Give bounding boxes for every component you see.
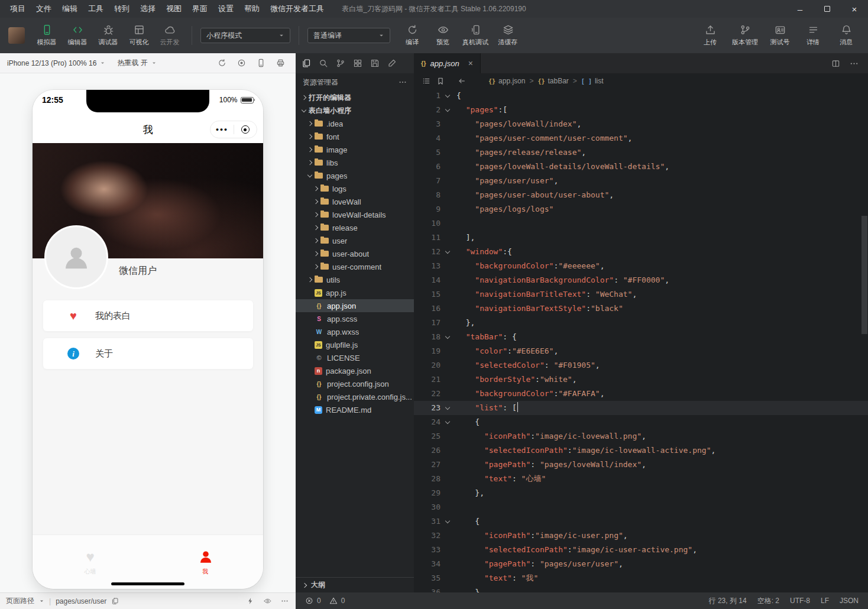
minimize-button[interactable]: – bbox=[786, 0, 814, 18]
code-line[interactable]: 9 "pages/logs/logs" bbox=[414, 202, 868, 216]
toolbar-button-editor[interactable]: 编辑器 bbox=[64, 24, 91, 47]
menu-item[interactable]: 设置 bbox=[213, 0, 239, 18]
tree-item-gulpfile.js[interactable]: JSgulpfile.js bbox=[296, 338, 414, 351]
code-line[interactable]: 29 }, bbox=[414, 486, 868, 500]
home-indicator[interactable] bbox=[111, 582, 184, 585]
code-line[interactable]: 21 "borderStyle":"white", bbox=[414, 372, 868, 387]
ellipsis-icon[interactable] bbox=[850, 59, 859, 68]
hot-reload-toggle[interactable]: 热重载 开 bbox=[117, 58, 156, 68]
code-line[interactable]: 11 ], bbox=[414, 231, 868, 245]
explorer-section-表白墙小程序[interactable]: 表白墙小程序 bbox=[296, 104, 414, 117]
arrow-left-icon[interactable] bbox=[458, 77, 466, 85]
phone-menu-item[interactable]: i关于 bbox=[43, 338, 253, 369]
close-button[interactable]: × bbox=[841, 0, 868, 18]
menu-item[interactable]: 编辑 bbox=[57, 0, 83, 18]
flash-icon[interactable] bbox=[247, 597, 254, 605]
tree-item-.idea[interactable]: .idea bbox=[296, 117, 414, 130]
code-line[interactable]: 3 "pages/loveWall/index", bbox=[414, 117, 868, 131]
brush-icon[interactable] bbox=[387, 59, 397, 68]
phone-menu-item[interactable]: ♥我的表白 bbox=[43, 300, 253, 331]
mode-select[interactable]: 小程序模式 bbox=[200, 28, 290, 43]
tab-close-icon[interactable]: × bbox=[468, 59, 473, 68]
search-icon[interactable] bbox=[319, 59, 328, 68]
eol-indicator[interactable]: LF bbox=[821, 597, 829, 605]
code-line[interactable]: 13 "backgroundColor":"#eeeeee", bbox=[414, 259, 868, 273]
code-line[interactable]: 28 "text": "心墙" bbox=[414, 472, 868, 486]
tree-item-project.private.config.js...[interactable]: {}project.private.config.js... bbox=[296, 390, 414, 403]
eye-icon[interactable] bbox=[264, 597, 271, 605]
bookmark-icon[interactable] bbox=[436, 77, 445, 85]
chevron-right-icon[interactable] bbox=[311, 187, 320, 190]
code-line[interactable]: 24 { bbox=[414, 415, 868, 429]
code-line[interactable]: 35 "text": "我" bbox=[414, 571, 868, 585]
chevron-right-icon[interactable] bbox=[311, 226, 320, 229]
tree-item-README.md[interactable]: MREADME.md bbox=[296, 403, 414, 416]
fold-icon[interactable] bbox=[441, 422, 455, 423]
device-select[interactable]: iPhone 12/13 (Pro) 100% 16 bbox=[7, 59, 105, 67]
chevron-right-icon[interactable] bbox=[311, 213, 320, 216]
tree-item-project.config.json[interactable]: {}project.config.json bbox=[296, 377, 414, 390]
more-menu-icon[interactable]: ●●● bbox=[210, 127, 234, 132]
code-line[interactable]: 33 "selectedIconPath":"image/ic-user-act… bbox=[414, 543, 868, 557]
toolbar-button-cloud[interactable]: 云开发 bbox=[156, 24, 183, 47]
tree-item-font[interactable]: font bbox=[296, 130, 414, 143]
toolbar-button-preview[interactable]: 预览 bbox=[429, 24, 456, 47]
tree-item-pages[interactable]: pages bbox=[296, 169, 414, 182]
menu-item[interactable]: 微信开发者工具 bbox=[265, 0, 329, 18]
menu-item[interactable]: 界面 bbox=[187, 0, 213, 18]
indent-indicator[interactable]: 空格: 2 bbox=[757, 596, 779, 606]
menu-item[interactable]: 工具 bbox=[83, 0, 109, 18]
toolbar-button-remote-debug[interactable]: 真机调试 bbox=[460, 24, 491, 47]
fold-icon[interactable] bbox=[441, 336, 455, 338]
tree-item-app.js[interactable]: JSapp.js bbox=[296, 286, 414, 299]
rotate-icon[interactable] bbox=[218, 59, 226, 67]
split-icon[interactable] bbox=[831, 59, 840, 68]
editor-scrollbar[interactable] bbox=[861, 216, 867, 334]
code-line[interactable]: 22 "backgroundColor":"#FAFAFA", bbox=[414, 387, 868, 401]
toolbar-button-message[interactable]: 消息 bbox=[833, 24, 860, 47]
code-line[interactable]: 5 "pages/release/release", bbox=[414, 145, 868, 160]
code-line[interactable]: 25 "iconPath":"image/ic-lovewall.png", bbox=[414, 429, 868, 443]
tree-item-user[interactable]: user bbox=[296, 234, 414, 247]
toolbar-button-upload[interactable]: 上传 bbox=[697, 24, 724, 47]
toolbar-button-simulator[interactable]: 模拟器 bbox=[33, 24, 60, 47]
screenshot-icon[interactable] bbox=[276, 59, 285, 67]
code-line[interactable]: 30 bbox=[414, 500, 868, 514]
toolbar-button-clear-cache[interactable]: 清缓存 bbox=[494, 24, 522, 47]
tree-item-user-about[interactable]: user-about bbox=[296, 247, 414, 260]
code-line[interactable]: 6 "pages/loveWall-details/loveWall-detai… bbox=[414, 160, 868, 174]
git-branch-icon[interactable] bbox=[336, 59, 345, 68]
tree-item-logs[interactable]: logs bbox=[296, 182, 414, 195]
encoding-indicator[interactable]: UTF-8 bbox=[790, 597, 810, 605]
code-line[interactable]: 8 "pages/user-about/user-about", bbox=[414, 188, 868, 202]
toolbar-button-details[interactable]: 详情 bbox=[799, 24, 827, 47]
phone-tab-心墙[interactable]: ♥心墙 bbox=[33, 535, 148, 589]
code-line[interactable]: 12 "window":{ bbox=[414, 245, 868, 259]
code-line[interactable]: 19 "color":"#E6E6E6", bbox=[414, 344, 868, 358]
tree-item-libs[interactable]: libs bbox=[296, 156, 414, 169]
language-indicator[interactable]: JSON bbox=[840, 597, 859, 605]
code-line[interactable]: 23 "list": [ bbox=[414, 401, 868, 415]
tree-item-app.wxss[interactable]: Wapp.wxss bbox=[296, 325, 414, 338]
code-line[interactable]: 32 "iconPath":"image/ic-user.png", bbox=[414, 529, 868, 543]
breadcrumb-item[interactable]: {}tabBar bbox=[537, 77, 568, 85]
fold-icon[interactable] bbox=[441, 407, 455, 409]
tree-item-package.json[interactable]: npackage.json bbox=[296, 364, 414, 377]
code-line[interactable]: 1{ bbox=[414, 89, 868, 103]
menu-item[interactable]: 视图 bbox=[161, 0, 187, 18]
chevron-right-icon[interactable] bbox=[305, 161, 315, 164]
breadcrumb-item[interactable]: [ ]list bbox=[581, 77, 604, 85]
chevron-right-icon[interactable] bbox=[311, 200, 320, 203]
code-line[interactable]: 16 "navigationBarTextStyle":"black" bbox=[414, 302, 868, 316]
code-line[interactable]: 34 "pagePath": "pages/user/user", bbox=[414, 557, 868, 571]
tree-item-LICENSE[interactable]: ©LICENSE bbox=[296, 351, 414, 364]
tree-item-release[interactable]: release bbox=[296, 221, 414, 234]
code-line[interactable]: 36 } bbox=[414, 585, 868, 592]
list-icon[interactable] bbox=[422, 77, 430, 85]
menu-item[interactable]: 选择 bbox=[135, 0, 161, 18]
code-line[interactable]: 20 "selectedColor": "#F01905", bbox=[414, 358, 868, 372]
record-icon[interactable] bbox=[237, 59, 246, 67]
code-editor[interactable]: 1{2 "pages":[3 "pages/loveWall/index",4 … bbox=[414, 89, 868, 592]
menu-item[interactable]: 项目 bbox=[5, 0, 31, 18]
chevron-right-icon[interactable] bbox=[305, 148, 315, 151]
